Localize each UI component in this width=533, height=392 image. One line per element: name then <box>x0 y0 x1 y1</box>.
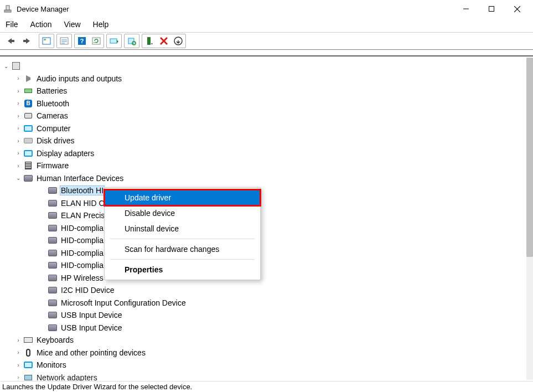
hid-icon <box>48 323 58 333</box>
statusbar: Launches the Update Driver Wizard for th… <box>0 381 533 392</box>
hid-icon <box>48 223 58 233</box>
context-menu: Update driverDisable deviceUninstall dev… <box>104 187 261 280</box>
tree-device[interactable]: Microsoft Input Configuration Device <box>2 297 525 310</box>
svg-rect-16 <box>92 38 100 44</box>
tree-category[interactable]: ›Mice and other pointing devices <box>2 347 525 359</box>
tree-category-label: Display adapters <box>35 149 95 158</box>
expand-icon[interactable]: › <box>14 137 22 145</box>
tree-category[interactable]: ›Batteries <box>2 85 525 97</box>
mouse-icon <box>23 348 33 358</box>
collapse-icon[interactable]: ⌄ <box>14 174 22 182</box>
content-area: ⌄ ›Audio inputs and outputs›Batteries›BB… <box>0 55 533 381</box>
tree-category-label: Audio inputs and outputs <box>35 74 123 83</box>
close-button[interactable] <box>504 0 530 18</box>
hid-icon <box>23 173 33 183</box>
tree-category[interactable]: ›Disk drives <box>2 135 525 147</box>
firmware-icon <box>23 161 33 171</box>
titlebar: Device Manager <box>0 0 533 18</box>
tree-device[interactable]: ELAN HID Cl <box>2 197 525 210</box>
svg-rect-3 <box>489 7 494 12</box>
tree-device-label: HID-complia <box>60 249 105 257</box>
tree-category[interactable]: ›Firmware <box>2 159 525 172</box>
expand-icon[interactable]: › <box>14 162 22 169</box>
menu-file[interactable]: File <box>3 19 20 30</box>
monitor-icon <box>23 360 33 370</box>
tree-device[interactable]: HP Wireless <box>2 272 525 285</box>
svg-rect-8 <box>43 38 50 44</box>
tree-device[interactable]: ELAN Precisi <box>2 209 525 222</box>
context-menu-item[interactable]: Uninstall device <box>105 221 260 236</box>
scrollbar-thumb[interactable] <box>526 58 533 257</box>
toolbar-enable-device-button[interactable] <box>142 34 157 48</box>
context-menu-item[interactable]: Properties <box>105 262 260 277</box>
menu-view[interactable]: View <box>61 19 82 30</box>
expand-icon[interactable]: › <box>14 374 22 381</box>
tree-root[interactable]: ⌄ <box>2 60 525 73</box>
expand-icon[interactable]: › <box>14 112 22 120</box>
context-menu-separator <box>110 259 255 260</box>
expand-icon[interactable]: › <box>14 87 22 95</box>
vertical-scrollbar[interactable] <box>526 58 533 380</box>
expand-icon[interactable]: › <box>14 336 22 344</box>
monitor-icon <box>23 123 33 133</box>
tree-device[interactable]: I2C HID Device <box>2 284 525 297</box>
context-menu-item[interactable]: Update driver <box>105 190 260 205</box>
camera-icon <box>23 111 33 121</box>
toolbar-forward-button[interactable] <box>20 34 34 48</box>
tree-device[interactable]: USB Input Device <box>2 309 525 322</box>
hid-icon <box>48 235 58 245</box>
expand-icon[interactable]: › <box>14 100 22 107</box>
hid-icon <box>48 285 58 295</box>
collapse-icon[interactable]: ⌄ <box>2 62 10 70</box>
context-menu-item[interactable]: Disable device <box>105 205 260 221</box>
tree-device[interactable]: HID-complia <box>2 234 525 247</box>
tree-category[interactable]: ›BBluetooth <box>2 97 525 110</box>
tree-device-label: Microsoft Input Configuration Device <box>60 298 187 307</box>
tree-category-label: Batteries <box>35 86 68 95</box>
tree-device[interactable]: HID-complia <box>2 247 525 260</box>
svg-rect-9 <box>44 39 46 40</box>
tree-category[interactable]: ›Cameras <box>2 110 525 122</box>
minimize-button[interactable] <box>453 0 479 18</box>
svg-text:?: ? <box>80 38 84 44</box>
expand-icon[interactable]: › <box>14 125 22 132</box>
tree-category-label: Monitors <box>35 360 68 369</box>
toolbar-refresh-button[interactable] <box>89 34 104 48</box>
tree-device[interactable]: USB Input Device <box>2 322 525 334</box>
maximize-button[interactable] <box>479 0 504 18</box>
tree-device-label: ELAN HID Cl <box>60 199 107 208</box>
toolbar-uninstall-device-button[interactable] <box>171 34 185 48</box>
tree-category[interactable]: ›Keyboards <box>2 334 525 347</box>
toolbar-properties-button[interactable] <box>57 34 71 48</box>
tree-device-label: HID-complia <box>60 261 105 270</box>
tree-category-label: Disk drives <box>35 136 75 145</box>
toolbar-scan-hardware-button[interactable] <box>125 34 139 48</box>
tree-category[interactable]: ⌄Human Interface Devices <box>2 172 525 185</box>
toolbar-show-hidden-button[interactable] <box>39 34 54 48</box>
tree-category[interactable]: ›Computer <box>2 122 525 135</box>
expand-icon[interactable]: › <box>14 361 22 369</box>
svg-rect-6 <box>11 40 14 42</box>
toolbar-back-button[interactable] <box>3 34 18 48</box>
hid-icon <box>48 198 58 208</box>
tree-category[interactable]: ›Network adapters <box>2 372 525 381</box>
toolbar-update-driver-button[interactable] <box>107 34 121 48</box>
tree-category[interactable]: ›Monitors <box>2 359 525 372</box>
menu-help[interactable]: Help <box>91 19 111 30</box>
hid-icon <box>48 298 58 308</box>
expand-icon[interactable]: › <box>14 75 22 82</box>
tree-device[interactable]: HID-complia <box>2 222 525 235</box>
tree-device[interactable]: HID-complia <box>2 259 525 272</box>
tree-category[interactable]: ›Audio inputs and outputs <box>2 73 525 85</box>
expand-icon[interactable]: › <box>14 349 22 357</box>
tree-device[interactable]: Bluetooth HI <box>2 184 525 197</box>
context-menu-item[interactable]: Scan for hardware changes <box>105 241 260 257</box>
toolbar-disable-device-button[interactable] <box>157 34 171 48</box>
toolbar-help-button[interactable]: ? <box>75 34 89 48</box>
tree-category[interactable]: ›Display adapters <box>2 147 525 160</box>
tree-device-label: HID-complia <box>60 224 105 233</box>
expand-icon[interactable]: › <box>14 149 22 157</box>
menu-action[interactable]: Action <box>28 19 54 30</box>
device-tree[interactable]: ⌄ ›Audio inputs and outputs›Batteries›BB… <box>0 56 525 381</box>
tree-device-label: I2C HID Device <box>60 286 115 295</box>
